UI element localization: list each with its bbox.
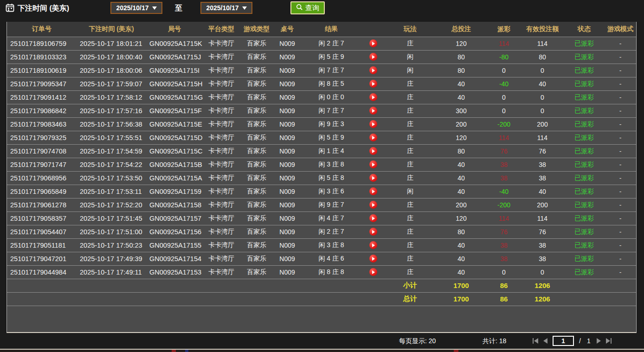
date-from-select[interactable]: 2025/10/17 xyxy=(110,2,162,14)
game-cell: 百家乐 xyxy=(240,211,273,225)
mode-cell: - xyxy=(605,238,636,252)
result-replay-icon[interactable] xyxy=(369,39,377,47)
first-page-button[interactable] xyxy=(533,338,538,344)
prev-page-button[interactable] xyxy=(543,338,547,344)
status-cell: 已派彩 xyxy=(564,64,605,77)
replay-cell xyxy=(361,50,385,64)
total_bet-cell: 40 xyxy=(436,90,487,104)
subtotal-label: 小计 xyxy=(385,279,436,292)
result-replay-icon[interactable] xyxy=(369,241,377,249)
mode-cell: - xyxy=(605,211,636,225)
round-cell: GN00925A1715I xyxy=(146,64,203,77)
play-cell: 闲 xyxy=(385,64,436,77)
platform-cell: 卡卡湾厅 xyxy=(203,144,240,158)
play-cell: 庄 xyxy=(385,131,436,144)
page-number-input[interactable] xyxy=(553,336,574,346)
replay-cell xyxy=(361,117,385,131)
result-replay-icon[interactable] xyxy=(369,268,377,276)
valid_bet-cell: 80 xyxy=(521,50,564,64)
mode-cell: - xyxy=(605,117,636,131)
status-cell: 已派彩 xyxy=(564,90,605,104)
status-cell: 已派彩 xyxy=(564,144,605,158)
result-replay-icon[interactable] xyxy=(369,120,377,128)
payout-cell: 38 xyxy=(487,238,521,252)
next-page-button[interactable] xyxy=(597,338,601,344)
status-cell: 已派彩 xyxy=(564,198,605,211)
column-header-game: 游戏类型 xyxy=(240,22,273,37)
status-cell: 已派彩 xyxy=(564,131,605,144)
valid_bet-cell: 0 xyxy=(521,64,564,77)
result-replay-icon[interactable] xyxy=(369,134,377,141)
result-replay-icon[interactable] xyxy=(369,147,377,155)
table-row: 2510171790511812025-10-17 17:50:23GN0092… xyxy=(7,238,636,252)
date-range-to-label: 至 xyxy=(175,4,182,13)
replay-cell xyxy=(361,211,385,225)
table-row: 2510171790583572025-10-17 17:51:45GN0092… xyxy=(7,211,636,225)
result-replay-icon[interactable] xyxy=(369,255,377,262)
mode-cell: - xyxy=(605,198,636,211)
result-replay-icon[interactable] xyxy=(369,201,377,209)
result-replay-icon[interactable] xyxy=(369,187,377,195)
platform-cell: 卡卡湾厅 xyxy=(203,64,240,77)
result-cell: 闲 5 庄 8 xyxy=(301,171,361,185)
query-button[interactable]: 查询 xyxy=(290,1,325,14)
result-replay-icon[interactable] xyxy=(369,214,377,222)
column-header-payout: 派彩 xyxy=(487,22,521,37)
chevron-down-icon xyxy=(152,6,157,10)
valid_bet-cell: 38 xyxy=(521,238,564,252)
result-replay-icon[interactable] xyxy=(369,160,377,168)
result-replay-icon[interactable] xyxy=(369,80,377,88)
platform-cell: 卡卡湾厅 xyxy=(203,225,240,238)
result-replay-icon[interactable] xyxy=(369,228,377,236)
round-cell: GN00925A17159 xyxy=(146,185,203,198)
result-replay-icon[interactable] xyxy=(369,174,377,182)
order-cell: 251017179079325 xyxy=(7,131,77,144)
subtotal-total_bet: 1700 xyxy=(436,279,487,292)
result-cell: 闲 9 庄 7 xyxy=(301,198,361,211)
payout-cell: 114 xyxy=(487,37,521,50)
round-cell: GN00925A1715E xyxy=(146,117,203,131)
date-to-select[interactable]: 2025/10/17 xyxy=(200,2,252,14)
column-header-table: 桌号 xyxy=(273,22,301,37)
status-cell: 已派彩 xyxy=(564,104,605,117)
payout-cell: 0 xyxy=(487,64,521,77)
replay-cell xyxy=(361,144,385,158)
table-row: 2510171790868422025-10-17 17:57:16GN0092… xyxy=(7,104,636,117)
game-cell: 百家乐 xyxy=(240,265,273,279)
result-replay-icon[interactable] xyxy=(369,66,377,74)
result-cell: 闲 7 庄 7 xyxy=(301,104,361,117)
game-cell: 百家乐 xyxy=(240,238,273,252)
valid_bet-cell: 76 xyxy=(521,144,564,158)
mode-cell: - xyxy=(605,158,636,171)
total_bet-cell: 120 xyxy=(436,37,487,50)
underlying-page-strip xyxy=(0,350,644,352)
bet-records-panel: 订单号下注时间 (美东)局号平台类型游戏类型桌号结果玩法总投注派彩有效投注额状态… xyxy=(6,22,637,333)
pager-controls: / 1 xyxy=(533,336,612,346)
result-cell: 闲 8 庄 5 xyxy=(301,77,361,90)
total-count-label: 共计: 18 xyxy=(483,337,506,346)
time-cell: 2025-10-17 17:54:59 xyxy=(77,144,146,158)
status-cell: 已派彩 xyxy=(564,171,605,185)
last-page-icon xyxy=(606,338,610,344)
mode-cell: - xyxy=(605,225,636,238)
mode-cell: - xyxy=(605,64,636,77)
status-cell: 已派彩 xyxy=(564,211,605,225)
game-cell: 百家乐 xyxy=(240,37,273,50)
last-page-button[interactable] xyxy=(606,338,612,344)
table-cell: N009 xyxy=(273,77,301,90)
time-cell: 2025-10-17 17:50:23 xyxy=(77,238,146,252)
play-cell: 庄 xyxy=(385,144,436,158)
column-header-status: 状态 xyxy=(564,22,605,37)
total-row: 总计1700861206 xyxy=(7,292,636,306)
result-replay-icon[interactable] xyxy=(369,53,377,61)
result-replay-icon[interactable] xyxy=(369,93,377,101)
result-replay-icon[interactable] xyxy=(369,107,377,115)
game-cell: 百家乐 xyxy=(240,50,273,64)
game-cell: 百家乐 xyxy=(240,171,273,185)
payout-cell: 38 xyxy=(487,171,521,185)
order-cell: 251017179074708 xyxy=(7,144,77,158)
order-cell: 251017189106759 xyxy=(7,37,77,50)
table-cell: N009 xyxy=(273,37,301,50)
bet-records-table: 订单号下注时间 (美东)局号平台类型游戏类型桌号结果玩法总投注派彩有效投注额状态… xyxy=(7,22,636,306)
total-total_bet: 1700 xyxy=(436,292,487,306)
